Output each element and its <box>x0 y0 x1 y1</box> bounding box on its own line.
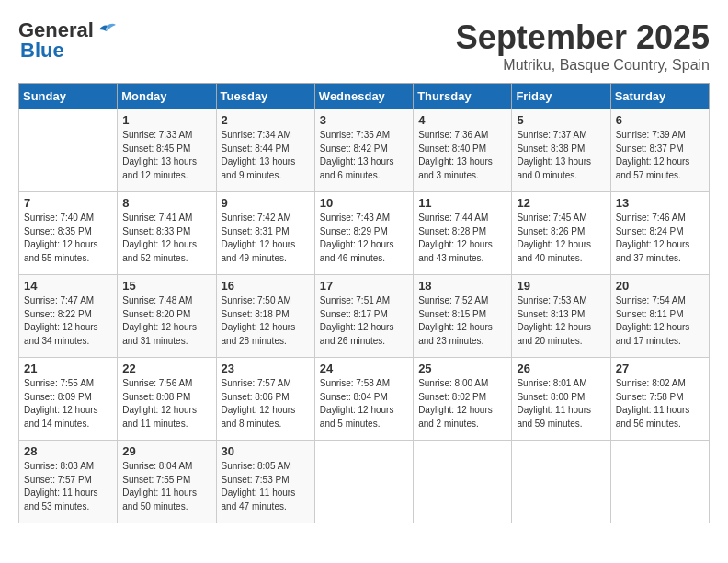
page-header: General Blue September 2025 Mutriku, Bas… <box>18 18 710 74</box>
day-number: 21 <box>24 362 112 375</box>
day-info: Sunrise: 7:52 AMSunset: 8:15 PMDaylight:… <box>418 294 506 348</box>
day-info: Sunrise: 8:01 AMSunset: 8:00 PMDaylight:… <box>517 377 605 431</box>
header-day-tuesday: Tuesday <box>216 84 314 109</box>
day-info: Sunrise: 7:40 AMSunset: 8:35 PMDaylight:… <box>24 212 112 265</box>
day-number: 15 <box>122 279 210 293</box>
day-number: 19 <box>517 279 605 293</box>
calendar-cell <box>314 441 413 523</box>
day-number: 17 <box>320 279 408 293</box>
day-number: 29 <box>122 444 210 458</box>
calendar-cell: 23Sunrise: 7:57 AMSunset: 8:06 PMDayligh… <box>216 358 314 441</box>
calendar-cell: 24Sunrise: 7:58 AMSunset: 8:04 PMDayligh… <box>314 358 413 441</box>
calendar-cell: 26Sunrise: 8:01 AMSunset: 8:00 PMDayligh… <box>512 358 610 441</box>
day-number: 10 <box>320 196 408 210</box>
day-info: Sunrise: 7:54 AMSunset: 8:11 PMDaylight:… <box>616 294 704 348</box>
day-number: 30 <box>222 444 310 458</box>
day-info: Sunrise: 7:48 AMSunset: 8:20 PMDaylight:… <box>122 294 210 348</box>
day-info: Sunrise: 7:35 AMSunset: 8:42 PMDaylight:… <box>320 129 408 182</box>
calendar-cell: 22Sunrise: 7:56 AMSunset: 8:08 PMDayligh… <box>118 358 216 441</box>
day-info: Sunrise: 7:42 AMSunset: 8:31 PMDaylight:… <box>222 212 310 265</box>
calendar-cell: 4Sunrise: 7:36 AMSunset: 8:40 PMDaylight… <box>414 109 512 192</box>
header-day-friday: Friday <box>512 84 610 109</box>
calendar-cell: 11Sunrise: 7:44 AMSunset: 8:28 PMDayligh… <box>414 192 512 275</box>
day-number: 7 <box>24 196 112 210</box>
calendar-cell: 5Sunrise: 7:37 AMSunset: 8:38 PMDaylight… <box>512 109 610 192</box>
day-info: Sunrise: 7:44 AMSunset: 8:28 PMDaylight:… <box>418 212 506 265</box>
day-info: Sunrise: 8:04 AMSunset: 7:55 PMDaylight:… <box>122 460 210 513</box>
calendar-cell <box>610 441 709 523</box>
day-info: Sunrise: 7:50 AMSunset: 8:18 PMDaylight:… <box>222 294 310 348</box>
day-info: Sunrise: 7:58 AMSunset: 8:04 PMDaylight:… <box>320 377 408 431</box>
header-day-sunday: Sunday <box>19 84 118 109</box>
calendar-cell: 19Sunrise: 7:53 AMSunset: 8:13 PMDayligh… <box>512 275 610 358</box>
header-day-saturday: Saturday <box>610 84 709 109</box>
header-day-wednesday: Wednesday <box>314 84 413 109</box>
day-info: Sunrise: 7:46 AMSunset: 8:24 PMDaylight:… <box>616 212 704 265</box>
calendar-week-2: 7Sunrise: 7:40 AMSunset: 8:35 PMDaylight… <box>19 192 710 275</box>
day-number: 1 <box>122 113 210 127</box>
header-day-thursday: Thursday <box>414 84 512 109</box>
day-info: Sunrise: 8:00 AMSunset: 8:02 PMDaylight:… <box>418 377 506 431</box>
day-number: 12 <box>517 196 605 210</box>
day-info: Sunrise: 8:02 AMSunset: 7:58 PMDaylight:… <box>616 377 704 431</box>
day-number: 23 <box>222 362 310 375</box>
logo-blue-text: Blue <box>18 39 64 63</box>
day-number: 14 <box>24 279 112 293</box>
calendar-cell: 25Sunrise: 8:00 AMSunset: 8:02 PMDayligh… <box>414 358 512 441</box>
day-number: 25 <box>418 362 506 375</box>
day-info: Sunrise: 8:03 AMSunset: 7:57 PMDaylight:… <box>24 460 112 513</box>
calendar-cell: 10Sunrise: 7:43 AMSunset: 8:29 PMDayligh… <box>314 192 413 275</box>
calendar-cell <box>414 441 512 523</box>
calendar-cell: 29Sunrise: 8:04 AMSunset: 7:55 PMDayligh… <box>118 441 216 523</box>
day-info: Sunrise: 7:41 AMSunset: 8:33 PMDaylight:… <box>122 212 210 265</box>
day-info: Sunrise: 7:45 AMSunset: 8:26 PMDaylight:… <box>517 212 605 265</box>
calendar-cell: 9Sunrise: 7:42 AMSunset: 8:31 PMDaylight… <box>216 192 314 275</box>
calendar-cell: 14Sunrise: 7:47 AMSunset: 8:22 PMDayligh… <box>19 275 118 358</box>
day-info: Sunrise: 7:55 AMSunset: 8:09 PMDaylight:… <box>24 377 112 431</box>
day-info: Sunrise: 7:47 AMSunset: 8:22 PMDaylight:… <box>24 294 112 348</box>
calendar-cell: 27Sunrise: 8:02 AMSunset: 7:58 PMDayligh… <box>610 358 709 441</box>
day-number: 22 <box>122 362 210 375</box>
logo: General Blue <box>18 18 116 63</box>
calendar-cell: 3Sunrise: 7:35 AMSunset: 8:42 PMDaylight… <box>314 109 413 192</box>
calendar-cell: 20Sunrise: 7:54 AMSunset: 8:11 PMDayligh… <box>610 275 709 358</box>
day-number: 8 <box>122 196 210 210</box>
day-number: 24 <box>320 362 408 375</box>
header-day-monday: Monday <box>118 84 216 109</box>
calendar-cell: 1Sunrise: 7:33 AMSunset: 8:45 PMDaylight… <box>118 109 216 192</box>
calendar-cell: 28Sunrise: 8:03 AMSunset: 7:57 PMDayligh… <box>19 441 118 523</box>
day-info: Sunrise: 7:33 AMSunset: 8:45 PMDaylight:… <box>122 129 210 182</box>
calendar-cell: 15Sunrise: 7:48 AMSunset: 8:20 PMDayligh… <box>118 275 216 358</box>
day-number: 5 <box>517 113 605 127</box>
calendar-cell: 6Sunrise: 7:39 AMSunset: 8:37 PMDaylight… <box>610 109 709 192</box>
location: Mutriku, Basque Country, Spain <box>456 57 710 74</box>
day-number: 16 <box>222 279 310 293</box>
calendar-cell <box>512 441 610 523</box>
day-number: 20 <box>616 279 704 293</box>
day-info: Sunrise: 7:36 AMSunset: 8:40 PMDaylight:… <box>418 129 506 182</box>
day-info: Sunrise: 7:37 AMSunset: 8:38 PMDaylight:… <box>517 129 605 182</box>
day-info: Sunrise: 7:43 AMSunset: 8:29 PMDaylight:… <box>320 212 408 265</box>
calendar-header-row: SundayMondayTuesdayWednesdayThursdayFrid… <box>19 84 710 109</box>
calendar-week-4: 21Sunrise: 7:55 AMSunset: 8:09 PMDayligh… <box>19 358 710 441</box>
day-number: 6 <box>616 113 704 127</box>
day-number: 27 <box>616 362 704 375</box>
calendar-week-5: 28Sunrise: 8:03 AMSunset: 7:57 PMDayligh… <box>19 441 710 523</box>
day-number: 11 <box>418 196 506 210</box>
day-number: 3 <box>320 113 408 127</box>
day-number: 18 <box>418 279 506 293</box>
day-number: 28 <box>24 444 112 458</box>
calendar-cell <box>19 109 118 192</box>
calendar-cell: 7Sunrise: 7:40 AMSunset: 8:35 PMDaylight… <box>19 192 118 275</box>
calendar-week-1: 1Sunrise: 7:33 AMSunset: 8:45 PMDaylight… <box>19 109 710 192</box>
calendar-table: SundayMondayTuesdayWednesdayThursdayFrid… <box>18 83 710 523</box>
day-number: 9 <box>222 196 310 210</box>
calendar-cell: 2Sunrise: 7:34 AMSunset: 8:44 PMDaylight… <box>216 109 314 192</box>
calendar-cell: 17Sunrise: 7:51 AMSunset: 8:17 PMDayligh… <box>314 275 413 358</box>
month-title: September 2025 <box>456 18 710 57</box>
calendar-cell: 21Sunrise: 7:55 AMSunset: 8:09 PMDayligh… <box>19 358 118 441</box>
day-number: 26 <box>517 362 605 375</box>
day-info: Sunrise: 7:57 AMSunset: 8:06 PMDaylight:… <box>222 377 310 431</box>
day-number: 2 <box>222 113 310 127</box>
day-info: Sunrise: 8:05 AMSunset: 7:53 PMDaylight:… <box>222 460 310 513</box>
